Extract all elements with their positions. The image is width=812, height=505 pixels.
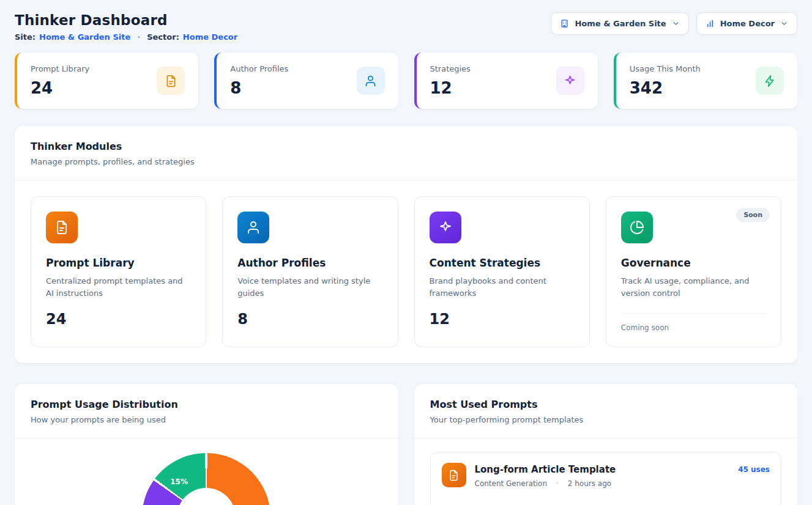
donut-hole bbox=[177, 488, 236, 505]
module-title: Author Profiles bbox=[237, 257, 382, 269]
section-title: Most Used Prompts bbox=[430, 399, 782, 410]
stat-card-prompt-library: Prompt Library 24 bbox=[15, 53, 198, 109]
thinker-modules-header: Thinker Modules Manage prompts, profiles… bbox=[15, 126, 797, 180]
bar-chart-icon bbox=[706, 19, 715, 28]
prompt-usage-header: Prompt Usage Distribution How your promp… bbox=[15, 384, 398, 438]
stat-value: 24 bbox=[31, 79, 89, 97]
sector-selector-label: Home Decor bbox=[720, 19, 775, 28]
prompt-usage-panel: Prompt Usage Distribution How your promp… bbox=[15, 384, 398, 505]
module-card-author-profiles[interactable]: Author Profiles Voice templates and writ… bbox=[222, 196, 398, 347]
sector-link[interactable]: Home Decor bbox=[183, 32, 237, 42]
stats-row: Prompt Library 24 Author Profiles 8 Stra… bbox=[15, 53, 797, 109]
section-title: Prompt Usage Distribution bbox=[31, 399, 382, 410]
lightning-icon bbox=[756, 67, 784, 95]
stat-card-author-profiles: Author Profiles 8 bbox=[214, 53, 398, 109]
stat-text: Prompt Library 24 bbox=[31, 64, 89, 97]
document-icon bbox=[442, 463, 466, 487]
stat-text: Strategies 12 bbox=[430, 64, 471, 97]
site-selector-dropdown[interactable]: Home & Garden Site bbox=[551, 12, 688, 35]
building-icon bbox=[560, 19, 569, 28]
donut-segment-label: 15% bbox=[170, 477, 188, 486]
prompt-uses-badge: 45 uses bbox=[738, 463, 770, 474]
divider bbox=[414, 438, 798, 438]
module-title: Prompt Library bbox=[46, 257, 191, 269]
prompt-meta: Content Generation · 2 hours ago bbox=[475, 479, 730, 488]
document-icon bbox=[46, 212, 78, 243]
separator-dot: · bbox=[137, 32, 140, 42]
stat-label: Strategies bbox=[430, 64, 471, 73]
title-block: Thinker Dashboard Site: Home & Garden Si… bbox=[15, 12, 237, 42]
module-card-governance[interactable]: Soon Governance Track AI usage, complian… bbox=[606, 196, 781, 347]
document-icon bbox=[157, 67, 185, 95]
site-selector-label: Home & Garden Site bbox=[575, 19, 666, 28]
modules-grid: Prompt Library Centralized prompt templa… bbox=[15, 180, 797, 363]
stat-value: 12 bbox=[430, 79, 471, 97]
sparkle-star-icon bbox=[556, 67, 584, 95]
stat-value: 342 bbox=[630, 79, 701, 97]
bottom-row: Prompt Usage Distribution How your promp… bbox=[15, 384, 797, 505]
stat-text: Author Profiles 8 bbox=[230, 64, 288, 97]
module-count: 12 bbox=[430, 311, 575, 328]
module-description: Centralized prompt templates and AI inst… bbox=[46, 275, 191, 300]
stat-card-usage: Usage This Month 342 bbox=[614, 53, 797, 109]
module-card-prompt-library[interactable]: Prompt Library Centralized prompt templa… bbox=[31, 196, 206, 347]
section-title: Thinker Modules bbox=[31, 141, 781, 152]
sector-selector-dropdown[interactable]: Home Decor bbox=[696, 12, 797, 35]
module-count: 24 bbox=[46, 311, 191, 328]
pie-chart-icon bbox=[621, 212, 653, 243]
stat-text: Usage This Month 342 bbox=[630, 64, 701, 97]
most-used-prompts-panel: Most Used Prompts Your top-performing pr… bbox=[414, 384, 798, 505]
separator-dot: · bbox=[556, 479, 559, 488]
module-card-content-strategies[interactable]: Content Strategies Brand playbooks and c… bbox=[414, 196, 590, 347]
module-title: Governance bbox=[621, 257, 766, 269]
breadcrumb: Site: Home & Garden Site · Sector: Home … bbox=[15, 32, 237, 42]
most-used-prompts-header: Most Used Prompts Your top-performing pr… bbox=[414, 384, 798, 438]
prompt-time: 2 hours ago bbox=[568, 479, 611, 488]
chevron-down-icon bbox=[672, 20, 680, 28]
soon-badge: Soon bbox=[736, 208, 770, 222]
sector-label: Sector: bbox=[147, 32, 179, 42]
person-icon bbox=[237, 212, 269, 243]
donut-chart: 15% bbox=[15, 438, 398, 505]
donut-ring: 15% bbox=[142, 453, 270, 505]
chevron-down-icon bbox=[780, 20, 788, 28]
module-description: Track AI usage, compliance, and version … bbox=[621, 275, 766, 300]
section-subtitle: Manage prompts, profiles, and strategies bbox=[31, 157, 781, 166]
thinker-modules-panel: Thinker Modules Manage prompts, profiles… bbox=[15, 126, 797, 363]
section-subtitle: How your prompts are being used bbox=[31, 415, 382, 424]
prompt-list-item[interactable]: Long-form Article Template Content Gener… bbox=[430, 452, 782, 505]
prompt-category: Content Generation bbox=[475, 479, 547, 488]
site-label: Site: bbox=[15, 32, 35, 42]
stat-label: Usage This Month bbox=[630, 64, 701, 73]
coming-soon-text: Coming soon bbox=[621, 313, 766, 332]
prompt-info: Long-form Article Template Content Gener… bbox=[475, 463, 730, 488]
person-icon bbox=[357, 67, 385, 95]
module-title: Content Strategies bbox=[430, 257, 575, 269]
top-actions: Home & Garden Site Home Decor bbox=[551, 12, 797, 35]
module-description: Voice templates and writing style guides bbox=[237, 275, 382, 300]
sparkle-star-icon bbox=[430, 212, 461, 243]
stat-label: Author Profiles bbox=[230, 64, 288, 73]
module-count: 8 bbox=[237, 311, 382, 328]
header: Thinker Dashboard Site: Home & Garden Si… bbox=[15, 12, 797, 42]
site-link[interactable]: Home & Garden Site bbox=[39, 32, 130, 42]
page-title: Thinker Dashboard bbox=[15, 12, 237, 28]
section-subtitle: Your top-performing prompt templates bbox=[430, 415, 782, 424]
stat-value: 8 bbox=[230, 79, 288, 97]
prompt-title: Long-form Article Template bbox=[475, 464, 730, 475]
module-description: Brand playbooks and content frameworks bbox=[430, 275, 575, 300]
stat-card-strategies: Strategies 12 bbox=[414, 53, 598, 109]
stat-label: Prompt Library bbox=[31, 64, 89, 73]
